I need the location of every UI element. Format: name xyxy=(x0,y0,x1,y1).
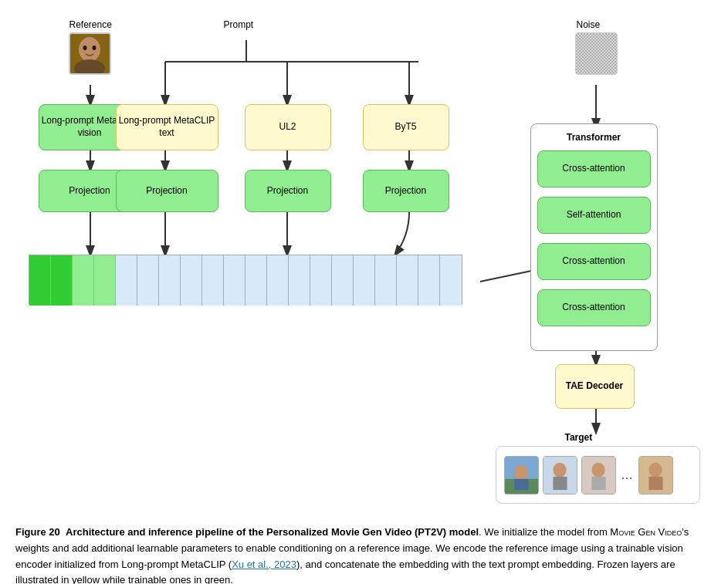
projection3-box: Projection xyxy=(245,170,331,212)
noise-label: Noise xyxy=(577,19,601,30)
tae-decoder-box: TAE Decoder xyxy=(555,364,635,409)
target-image-4 xyxy=(638,456,673,495)
long-prompt-metaclip-text-box: Long-prompt MetaCLIP text xyxy=(116,104,218,150)
transformer-label: Transformer xyxy=(537,132,651,143)
projection2-box: Projection xyxy=(116,170,218,212)
reference-face-image xyxy=(69,32,111,75)
figure-label: Figure 20 xyxy=(15,526,60,538)
caption-title: Architecture and inference pipeline of t… xyxy=(66,526,479,538)
svg-point-37 xyxy=(648,462,662,477)
diagram-area: Reference Prompt Noise Long-prompt MetaC… xyxy=(17,15,712,509)
reference-label: Reference xyxy=(69,19,112,30)
svg-point-31 xyxy=(553,462,566,477)
svg-rect-38 xyxy=(648,476,662,489)
target-images-container: ... xyxy=(496,446,700,504)
target-label: Target xyxy=(565,432,593,443)
cross-attention2-box: Cross-attention xyxy=(537,243,651,280)
svg-rect-29 xyxy=(514,478,528,489)
ul2-box: UL2 xyxy=(245,104,331,150)
svg-rect-35 xyxy=(591,476,605,489)
svg-rect-25 xyxy=(70,34,110,73)
svg-rect-32 xyxy=(553,476,567,489)
caption: Figure 20 Architecture and inference pip… xyxy=(15,525,710,584)
cross-attention1-box: Cross-attention xyxy=(537,150,651,187)
byt5-box: ByT5 xyxy=(363,104,449,150)
token-grid xyxy=(29,255,462,305)
target-image-3 xyxy=(581,456,616,495)
target-image-2 xyxy=(543,456,577,495)
self-attention-box: Self-attention xyxy=(537,197,651,234)
cross-attention3-box: Cross-attention xyxy=(537,289,651,326)
ellipsis-label: ... xyxy=(620,467,635,483)
svg-point-28 xyxy=(514,464,527,481)
noise-image xyxy=(575,32,618,75)
transformer-box: Transformer Cross-attention Self-attenti… xyxy=(530,123,658,351)
target-image-1 xyxy=(504,456,539,495)
projection4-box: Projection xyxy=(363,170,449,212)
prompt-label: Prompt xyxy=(224,19,254,30)
svg-point-34 xyxy=(591,462,604,477)
